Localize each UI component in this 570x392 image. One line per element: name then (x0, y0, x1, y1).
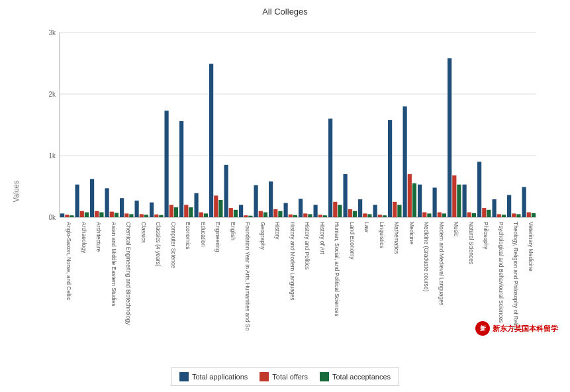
svg-rect-65 (333, 202, 337, 217)
svg-text:Modern and Medieval Languages: Modern and Medieval Languages (438, 222, 445, 305)
svg-rect-68 (348, 209, 352, 217)
svg-text:3k: 3k (48, 29, 56, 36)
svg-text:Classics (4 years): Classics (4 years) (155, 222, 162, 267)
legend-item-applications: Total applications (179, 372, 248, 381)
svg-rect-95 (482, 208, 486, 217)
svg-rect-49 (254, 185, 258, 217)
svg-rect-103 (522, 187, 526, 217)
legend-box-acceptances (320, 372, 329, 381)
svg-rect-94 (477, 162, 481, 217)
svg-rect-87 (442, 213, 446, 217)
svg-rect-55 (284, 203, 288, 217)
svg-rect-25 (135, 201, 139, 217)
svg-text:Mathematics: Mathematics (393, 222, 400, 254)
svg-text:Music: Music (453, 222, 459, 237)
legend: Total applications Total offers Total ac… (171, 368, 399, 386)
svg-rect-93 (472, 213, 476, 217)
svg-rect-89 (452, 175, 456, 217)
svg-rect-101 (512, 213, 516, 217)
svg-text:Foundation Year in Arts, Human: Foundation Year in Arts, Humanities and … (244, 222, 251, 330)
legend-box-applications (179, 372, 189, 381)
svg-rect-35 (184, 205, 188, 217)
svg-rect-32 (169, 205, 173, 217)
svg-text:Education: Education (200, 222, 207, 247)
svg-rect-18 (99, 213, 103, 217)
svg-rect-98 (497, 214, 501, 217)
svg-rect-90 (457, 185, 461, 217)
svg-text:History: History (274, 222, 281, 240)
svg-text:Medicine (Graduate course): Medicine (Graduate course) (423, 222, 430, 292)
svg-rect-57 (293, 215, 297, 217)
svg-rect-52 (269, 181, 273, 217)
y-axis-label: Values (12, 181, 20, 203)
svg-rect-22 (120, 198, 124, 217)
watermark-icon: 新 (475, 321, 490, 336)
svg-rect-15 (85, 213, 89, 217)
watermark-text: 新东方英国本科留学 (493, 324, 558, 334)
svg-rect-92 (467, 213, 471, 217)
svg-rect-30 (159, 215, 163, 217)
svg-rect-105 (532, 213, 536, 217)
svg-rect-84 (427, 213, 431, 217)
svg-rect-26 (140, 214, 144, 217)
svg-rect-79 (403, 107, 407, 217)
chart-title: All Colleges (0, 0, 570, 19)
svg-rect-53 (273, 209, 277, 217)
svg-rect-21 (115, 213, 119, 218)
chart-container: All Colleges Values 3k 2k 1k 0k (0, 0, 570, 392)
svg-text:Medicine: Medicine (408, 222, 415, 244)
svg-rect-56 (289, 215, 293, 217)
svg-rect-102 (516, 214, 520, 217)
svg-rect-10 (60, 213, 64, 217)
svg-text:1k: 1k (48, 152, 56, 160)
svg-rect-12 (70, 215, 73, 217)
svg-rect-16 (90, 179, 94, 217)
svg-text:2k: 2k (48, 91, 56, 98)
svg-text:Geography: Geography (260, 222, 266, 250)
svg-rect-51 (263, 213, 267, 217)
svg-rect-97 (493, 199, 497, 217)
svg-rect-70 (358, 199, 362, 217)
svg-rect-72 (367, 214, 371, 217)
svg-text:Engineering: Engineering (214, 222, 221, 252)
svg-rect-73 (373, 205, 377, 217)
svg-rect-34 (179, 121, 183, 217)
svg-rect-46 (239, 205, 243, 217)
svg-rect-13 (75, 185, 79, 217)
legend-label-applications: Total applications (192, 373, 248, 381)
svg-rect-64 (328, 119, 332, 217)
svg-rect-58 (299, 199, 303, 217)
legend-item-offers: Total offers (260, 372, 308, 381)
svg-rect-28 (150, 203, 154, 217)
svg-text:Architecture: Architecture (95, 222, 102, 252)
svg-rect-44 (229, 208, 233, 217)
svg-rect-67 (344, 174, 348, 217)
svg-rect-85 (433, 187, 437, 217)
svg-text:History and Modern Languages: History and Modern Languages (289, 222, 296, 301)
svg-rect-37 (195, 193, 199, 217)
legend-item-acceptances: Total acceptances (320, 372, 391, 381)
svg-rect-99 (502, 215, 506, 217)
svg-rect-88 (448, 58, 451, 217)
svg-rect-14 (80, 211, 84, 217)
svg-rect-91 (463, 185, 467, 217)
svg-rect-33 (174, 207, 178, 217)
svg-rect-96 (487, 210, 491, 217)
svg-text:English: English (230, 222, 236, 240)
svg-rect-66 (338, 205, 342, 217)
watermark: 新 新东方英国本科留学 (475, 321, 558, 336)
svg-rect-80 (408, 174, 412, 217)
svg-rect-43 (224, 165, 228, 217)
svg-rect-71 (363, 213, 367, 217)
svg-rect-74 (378, 215, 382, 217)
svg-text:Archaeology: Archaeology (81, 222, 87, 254)
svg-rect-50 (259, 211, 263, 217)
svg-text:Land Economy: Land Economy (349, 222, 356, 260)
svg-rect-48 (248, 216, 252, 217)
svg-rect-27 (144, 215, 148, 217)
svg-rect-86 (438, 213, 442, 217)
svg-rect-47 (244, 215, 248, 217)
svg-rect-11 (65, 215, 69, 217)
svg-text:History and Politics: History and Politics (304, 222, 310, 270)
svg-text:Linguistics: Linguistics (379, 222, 385, 248)
